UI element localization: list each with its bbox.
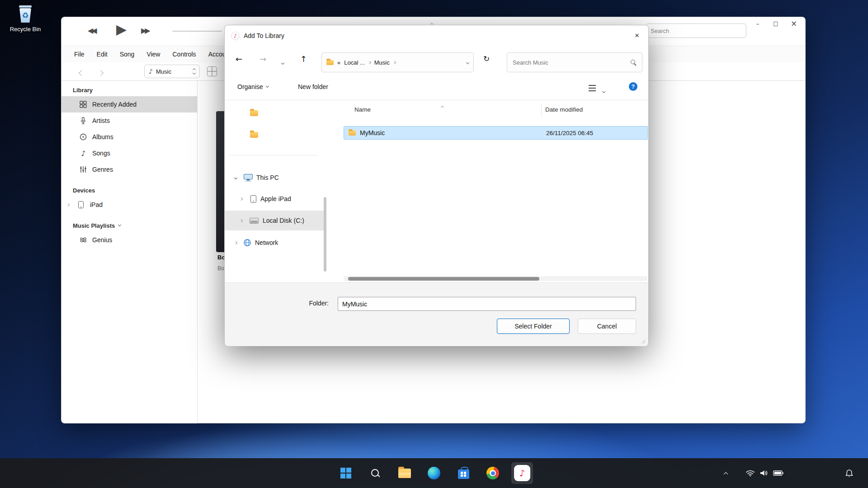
dialog-footer: Folder: Select Folder Cancel bbox=[225, 282, 648, 346]
expand-chevron-icon[interactable] bbox=[66, 203, 70, 206]
breadcrumb-chevron-icon[interactable] bbox=[368, 61, 371, 64]
forward-button[interactable] bbox=[99, 69, 103, 76]
edge-icon bbox=[428, 467, 440, 479]
tree-item-folder-1[interactable] bbox=[225, 103, 324, 123]
horizontal-scrollbar-track[interactable] bbox=[344, 276, 647, 281]
genius-atom-icon bbox=[79, 236, 88, 244]
sidebar-item-label: Genres bbox=[92, 166, 113, 173]
close-button[interactable] bbox=[788, 18, 800, 29]
collapsed-chevron-icon[interactable] bbox=[240, 197, 243, 200]
tree-item-local-disk[interactable]: Local Disk (C:) bbox=[225, 211, 324, 230]
taskbar bbox=[0, 458, 868, 488]
notifications-button[interactable] bbox=[842, 466, 856, 480]
sidebar-item-artists[interactable]: Artists bbox=[61, 113, 197, 129]
nav-up-button[interactable]: ↑ bbox=[300, 55, 307, 63]
organise-button[interactable]: Organise bbox=[237, 83, 269, 90]
sort-ascending-icon bbox=[441, 103, 443, 110]
back-button[interactable] bbox=[80, 69, 84, 76]
view-options-icon[interactable] bbox=[589, 85, 596, 91]
devices-header: Devices bbox=[61, 184, 197, 197]
collapsed-chevron-icon[interactable] bbox=[234, 241, 237, 244]
sidebar-item-ipad[interactable]: iPad bbox=[61, 197, 197, 213]
folder-icon bbox=[250, 110, 258, 116]
menu-file[interactable]: File bbox=[74, 51, 85, 58]
edge-button[interactable] bbox=[423, 462, 445, 484]
genres-faders-icon bbox=[79, 166, 88, 173]
sidebar-item-label: iPad bbox=[90, 201, 103, 208]
media-kind-dropdown[interactable]: ♪ Music bbox=[144, 65, 200, 78]
dialog-search-input[interactable] bbox=[507, 53, 642, 72]
breadcrumb-chevron-icon[interactable] bbox=[393, 61, 396, 64]
horizontal-scrollbar-thumb[interactable] bbox=[348, 277, 539, 281]
tree-item-network[interactable]: Network bbox=[225, 233, 324, 253]
search-input[interactable] bbox=[646, 23, 746, 38]
collapsed-chevron-icon[interactable] bbox=[240, 219, 243, 222]
file-explorer-icon bbox=[398, 469, 411, 478]
sidebar-item-genres[interactable]: Genres bbox=[61, 161, 197, 178]
breadcrumb-music[interactable]: Music bbox=[374, 59, 390, 66]
recycle-bin[interactable]: ♻ Recycle Bin bbox=[9, 5, 42, 33]
ipad-icon bbox=[76, 201, 85, 208]
tree-scrollbar[interactable] bbox=[324, 197, 326, 272]
menu-view[interactable]: View bbox=[146, 51, 160, 58]
playlists-header[interactable]: Music Playlists bbox=[61, 219, 197, 232]
taskbar-center bbox=[335, 458, 533, 488]
menu-song[interactable]: Song bbox=[120, 51, 135, 58]
tray-status-cluster[interactable] bbox=[740, 464, 789, 482]
this-pc-icon bbox=[244, 174, 253, 182]
maximize-button[interactable] bbox=[770, 18, 782, 29]
menu-controls[interactable]: Controls bbox=[172, 51, 196, 58]
file-explorer-button[interactable] bbox=[394, 462, 415, 484]
menu-edit[interactable]: Edit bbox=[97, 51, 108, 58]
view-options-chevron[interactable] bbox=[603, 87, 605, 94]
file-list: Name Date modified MyMusic 26/11/2025 06… bbox=[333, 101, 649, 282]
dialog-titlebar: Add To Library bbox=[225, 25, 648, 46]
sidebar-item-label: Genius bbox=[92, 236, 112, 244]
new-folder-button[interactable]: New folder bbox=[298, 83, 328, 90]
tree-item-folder-2[interactable] bbox=[225, 125, 324, 145]
album-record-icon bbox=[79, 133, 88, 141]
tree-item-this-pc[interactable]: This PC bbox=[225, 168, 324, 188]
column-divider[interactable] bbox=[541, 103, 542, 116]
column-header-date[interactable]: Date modified bbox=[545, 106, 583, 113]
tray-overflow-button[interactable] bbox=[720, 468, 731, 479]
fast-forward-button[interactable] bbox=[141, 26, 149, 35]
file-list-header: Name Date modified bbox=[333, 101, 649, 119]
breadcrumb-local-disk[interactable]: Local ... bbox=[344, 59, 365, 66]
itunes-taskbar-button[interactable] bbox=[511, 462, 533, 484]
nav-back-button[interactable]: ← bbox=[236, 55, 242, 63]
expanded-chevron-icon[interactable] bbox=[234, 176, 237, 179]
volume-slider[interactable] bbox=[172, 31, 222, 32]
select-folder-button[interactable]: Select Folder bbox=[497, 319, 570, 334]
address-dropdown-chevron[interactable] bbox=[466, 61, 469, 64]
recent-locations-chevron[interactable] bbox=[282, 58, 284, 66]
breadcrumb-prefix[interactable]: « bbox=[337, 59, 340, 66]
dialog-close-button[interactable] bbox=[629, 29, 645, 42]
sidebar-item-songs[interactable]: ♪ Songs bbox=[61, 145, 197, 161]
start-button[interactable] bbox=[335, 462, 357, 484]
library-header: Library bbox=[61, 84, 197, 96]
add-to-library-dialog: Add To Library ← → ↑ « Local ... Music ↻ bbox=[224, 25, 649, 346]
folder-name-input[interactable] bbox=[338, 297, 636, 311]
sidebar-item-albums[interactable]: Albums bbox=[61, 129, 197, 145]
nav-forward-button[interactable]: → bbox=[259, 55, 266, 63]
sidebar-item-recently-added[interactable]: Recently Added bbox=[61, 96, 197, 113]
file-row-mymusic[interactable]: MyMusic 26/11/2025 06:45 bbox=[344, 126, 648, 140]
chrome-button[interactable] bbox=[482, 462, 504, 484]
taskbar-search-button[interactable] bbox=[364, 462, 386, 484]
refresh-button[interactable]: ↻ bbox=[483, 55, 490, 63]
microsoft-store-button[interactable] bbox=[453, 462, 474, 484]
resize-grip[interactable] bbox=[640, 338, 645, 343]
rewind-button[interactable] bbox=[88, 26, 95, 35]
bell-icon bbox=[845, 469, 853, 478]
column-header-name[interactable]: Name bbox=[354, 106, 371, 113]
cancel-button[interactable]: Cancel bbox=[578, 319, 636, 334]
sidebar-item-label: Artists bbox=[92, 117, 110, 124]
tree-item-apple-ipad[interactable]: Apple iPad bbox=[225, 189, 324, 209]
address-bar[interactable]: « Local ... Music bbox=[321, 52, 474, 72]
minimize-button[interactable] bbox=[752, 18, 764, 29]
grid-view-icon[interactable] bbox=[207, 66, 217, 76]
play-button[interactable] bbox=[116, 21, 127, 37]
sidebar-item-genius[interactable]: Genius bbox=[61, 232, 197, 248]
help-button[interactable]: ? bbox=[629, 82, 637, 91]
